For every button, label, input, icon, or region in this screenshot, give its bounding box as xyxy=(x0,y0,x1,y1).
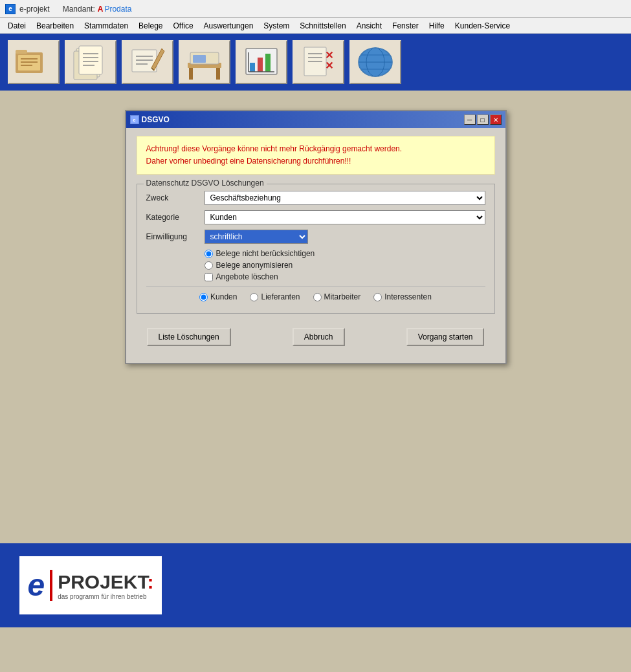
einwilligung-control: schriftlich xyxy=(205,230,485,244)
logo-e: e xyxy=(27,570,52,601)
footer: e PROJEKT: das programm für ihren betrie… xyxy=(0,543,631,627)
logo-colon: : xyxy=(148,571,154,592)
svg-rect-2 xyxy=(18,55,40,70)
menu-fenster[interactable]: Fenster xyxy=(387,20,424,32)
radio-kunden[interactable] xyxy=(199,293,208,301)
entity-kunden: Kunden xyxy=(199,292,237,301)
radio-belege-nicht-label: Belege nicht berücksichtigen xyxy=(216,249,315,258)
menu-datei[interactable]: Datei xyxy=(3,20,31,32)
logo-projekt-text: PROJEKT xyxy=(58,571,147,592)
dialog-icon: e xyxy=(130,115,139,124)
radio-kunden-label: Kunden xyxy=(210,292,237,301)
dialog-dsgvo: e DSGVO ─ □ ✕ Achtrung! diese Vorgänge k… xyxy=(125,110,507,364)
logo-projekt: PROJEKT: xyxy=(58,571,153,593)
svg-rect-21 xyxy=(189,68,193,80)
warning-line2: Daher vorher unbedingt eine Datensicheru… xyxy=(146,155,485,168)
warning-box: Achtrung! diese Vorgänge könne nicht meh… xyxy=(137,136,495,175)
menu-hilfe[interactable]: Hilfe xyxy=(424,20,450,32)
app-name: e-projekt xyxy=(19,5,50,14)
toolbar-btn-2[interactable] xyxy=(65,40,116,84)
menu-ansicht[interactable]: Ansicht xyxy=(351,20,387,32)
svg-rect-8 xyxy=(79,46,102,74)
toolbar-btn-3[interactable] xyxy=(122,40,173,84)
dialog-title: e DSGVO xyxy=(130,115,170,124)
svg-text:✕: ✕ xyxy=(325,60,333,71)
entity-mitarbeiter: Mitarbeiter xyxy=(313,292,361,301)
minimize-button[interactable]: ─ xyxy=(464,114,476,125)
toolbar-btn-7[interactable] xyxy=(349,40,401,84)
checkbox-row: Angebote löschen xyxy=(205,272,485,281)
toolbar-btn-5[interactable] xyxy=(236,40,287,84)
checkbox-angebote[interactable] xyxy=(205,273,213,281)
menu-bearbeiten[interactable]: Bearbeiten xyxy=(31,20,79,32)
button-row: Liste Löschungen Abbruch Vorgang starten xyxy=(137,321,495,355)
radio-row-2: Belege anonymisieren xyxy=(205,261,485,270)
menu-kunden-service[interactable]: Kunden-Service xyxy=(450,20,515,32)
radio-belege-anon-label: Belege anonymisieren xyxy=(216,261,293,270)
radio-lieferanten[interactable] xyxy=(250,293,258,301)
liste-loeschungen-button[interactable]: Liste Löschungen xyxy=(147,328,231,346)
radio-interessenten[interactable] xyxy=(373,293,382,301)
radio-belege-nicht[interactable] xyxy=(205,250,213,258)
close-button[interactable]: ✕ xyxy=(490,114,502,125)
svg-rect-26 xyxy=(258,58,263,72)
abbruch-button[interactable]: Abbruch xyxy=(293,328,345,346)
kategorie-control: Kunden xyxy=(205,210,485,224)
menu-office[interactable]: Office xyxy=(168,20,198,32)
vorgang-starten-button[interactable]: Vorgang starten xyxy=(406,328,485,346)
menu-system[interactable]: System xyxy=(258,20,294,32)
einwilligung-label: Einwilligung xyxy=(146,232,205,241)
title-bar: e e-projekt Mandant: A Prodata xyxy=(0,0,631,18)
radio-row-1: Belege nicht berücksichtigen xyxy=(205,249,485,258)
spacer xyxy=(0,479,631,543)
toolbar: ✕ ✕ xyxy=(0,34,631,91)
radio-mitarbeiter-label: Mitarbeiter xyxy=(324,292,361,301)
toolbar-btn-1[interactable] xyxy=(8,40,60,84)
entity-row: Kunden Lieferanten Mitarbeiter Interesse… xyxy=(146,287,485,304)
app-icon: e xyxy=(5,4,16,14)
menu-belege[interactable]: Belege xyxy=(133,20,168,32)
logo-text-area: PROJEKT: das programm für ihren betrieb xyxy=(58,571,153,600)
zweck-row: Zweck Geschäftsbeziehung xyxy=(146,191,485,205)
dialog-body: Achtrung! diese Vorgänge könne nicht meh… xyxy=(126,128,505,363)
toolbar-btn-4[interactable] xyxy=(179,40,230,84)
einwilligung-select[interactable]: schriftlich xyxy=(205,230,308,244)
einwilligung-row: Einwilligung schriftlich xyxy=(146,230,485,244)
main-area: e DSGVO ─ □ ✕ Achtrung! diese Vorgänge k… xyxy=(0,91,631,479)
mandant-value: A xyxy=(98,5,104,14)
toolbar-btn-6[interactable]: ✕ ✕ xyxy=(293,40,344,84)
menu-stammdaten[interactable]: Stammdaten xyxy=(79,20,133,32)
zweck-control: Geschäftsbeziehung xyxy=(205,191,485,205)
menu-bar: Datei Bearbeiten Stammdaten Belege Offic… xyxy=(0,18,631,34)
entity-interessenten: Interessenten xyxy=(373,292,432,301)
svg-rect-27 xyxy=(265,54,271,72)
entity-lieferanten: Lieferanten xyxy=(250,292,300,301)
checkbox-angebote-label: Angebote löschen xyxy=(216,272,278,281)
svg-rect-25 xyxy=(250,63,255,72)
radio-belege-anon[interactable] xyxy=(205,261,213,270)
menu-schnittstellen[interactable]: Schnittstellen xyxy=(294,20,351,32)
group-label: Datenschutz DSGVO Löschungen xyxy=(144,179,267,188)
logo-box: e PROJEKT: das programm für ihren betrie… xyxy=(19,556,162,614)
radio-group: Belege nicht berücksichtigen Belege anon… xyxy=(146,249,485,281)
dialog-controls: ─ □ ✕ xyxy=(464,114,502,125)
mandant-label: Mandant: xyxy=(63,5,95,14)
svg-rect-22 xyxy=(216,68,220,80)
kategorie-row: Kategorie Kunden xyxy=(146,210,485,224)
maximize-button[interactable]: □ xyxy=(477,114,489,125)
kategorie-label: Kategorie xyxy=(146,213,205,222)
svg-text:✕: ✕ xyxy=(325,50,333,61)
prodata-name: Prodata xyxy=(104,5,131,14)
menu-auswertungen[interactable]: Auswertungen xyxy=(199,20,259,32)
kategorie-select[interactable]: Kunden xyxy=(205,210,485,224)
zweck-label: Zweck xyxy=(146,193,205,202)
radio-lieferanten-label: Lieferanten xyxy=(261,292,300,301)
svg-rect-23 xyxy=(193,55,206,63)
dialog-title-bar: e DSGVO ─ □ ✕ xyxy=(126,111,505,128)
warning-line1: Achtrung! diese Vorgänge könne nicht meh… xyxy=(146,143,485,155)
group-box-datenschutz: Datenschutz DSGVO Löschungen Zweck Gesch… xyxy=(137,184,495,314)
radio-interessenten-label: Interessenten xyxy=(384,292,432,301)
radio-mitarbeiter[interactable] xyxy=(313,293,322,301)
logo-sub: das programm für ihren betrieb xyxy=(58,593,153,600)
zweck-select[interactable]: Geschäftsbeziehung xyxy=(205,191,485,205)
